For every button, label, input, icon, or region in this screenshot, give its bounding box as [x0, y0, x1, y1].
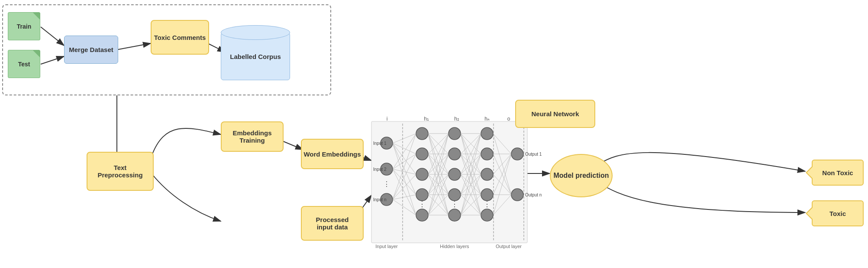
- train-document: Train: [8, 12, 40, 40]
- svg-line-102: [461, 174, 481, 215]
- svg-line-76: [428, 154, 449, 215]
- svg-text:Output 1: Output 1: [525, 152, 542, 157]
- svg-line-90: [461, 134, 481, 174]
- test-label: Test: [8, 61, 40, 68]
- train-label: Train: [8, 23, 40, 30]
- svg-point-26: [416, 189, 428, 201]
- merge-dataset-label: Merge Dataset: [69, 46, 113, 53]
- svg-point-37: [481, 209, 493, 221]
- model-prediction-label: Model prediction: [554, 172, 609, 180]
- svg-line-111: [493, 134, 511, 195]
- svg-line-71: [428, 154, 449, 195]
- word-embeddings-box: Word Embeddings: [301, 139, 364, 169]
- svg-line-78: [428, 195, 449, 215]
- svg-point-39: [511, 189, 523, 201]
- svg-line-95: [461, 134, 481, 195]
- svg-point-34: [481, 148, 493, 160]
- embeddings-training-box: Embeddings Training: [221, 121, 284, 152]
- svg-line-103: [461, 195, 481, 215]
- svg-text:Input 2: Input 2: [373, 167, 387, 172]
- svg-point-20: [381, 163, 393, 175]
- svg-line-114: [493, 154, 511, 215]
- test-document: Test: [8, 50, 40, 78]
- embeddings-training-label: Embeddings Training: [222, 129, 283, 144]
- labelled-corpus-label: Labelled Corpus: [230, 53, 281, 60]
- svg-text:⋮: ⋮: [383, 180, 390, 188]
- svg-text:Hidden layers: Hidden layers: [440, 244, 469, 249]
- neural-network-label-box: Neural Network: [515, 100, 595, 128]
- svg-line-110: [493, 195, 511, 215]
- svg-line-57: [428, 134, 449, 174]
- svg-line-58: [428, 134, 449, 195]
- svg-line-63: [428, 154, 449, 195]
- svg-line-51: [393, 154, 416, 199]
- svg-point-19: [381, 137, 393, 149]
- svg-line-99: [461, 195, 481, 215]
- svg-line-52: [393, 174, 416, 199]
- svg-line-42: [393, 143, 416, 174]
- svg-line-113: [493, 154, 511, 195]
- svg-text:Input n: Input n: [373, 197, 387, 202]
- svg-line-101: [461, 154, 481, 215]
- svg-line-91: [461, 154, 481, 174]
- svg-point-36: [481, 189, 493, 201]
- text-preprocessing-label: TextPreprocessing: [97, 164, 142, 179]
- svg-line-77: [428, 174, 449, 215]
- svg-point-30: [449, 168, 461, 180]
- svg-line-88: [461, 154, 481, 195]
- svg-text:Input layer: Input layer: [375, 244, 398, 249]
- svg-point-38: [511, 148, 523, 160]
- svg-line-59: [428, 134, 449, 215]
- svg-point-21: [381, 193, 393, 206]
- svg-line-47: [393, 169, 416, 174]
- svg-line-89: [461, 154, 481, 215]
- svg-line-96: [461, 154, 481, 195]
- toxic-comments-label: Toxic Comments: [154, 34, 206, 41]
- svg-line-46: [393, 154, 416, 169]
- svg-line-44: [393, 143, 416, 215]
- svg-rect-10: [371, 121, 527, 243]
- svg-line-93: [461, 174, 481, 195]
- svg-line-68: [428, 174, 449, 195]
- svg-point-31: [449, 189, 461, 201]
- neural-network-label: Neural Network: [531, 110, 579, 118]
- svg-point-35: [481, 168, 493, 180]
- processed-input-data-label: Processedinput data: [316, 216, 349, 231]
- svg-line-66: [428, 154, 449, 174]
- svg-line-50: [393, 134, 416, 199]
- model-prediction-oval: Model prediction: [550, 154, 613, 197]
- svg-line-107: [493, 154, 511, 174]
- svg-text:o: o: [507, 116, 510, 122]
- svg-point-23: [416, 127, 428, 140]
- svg-point-33: [481, 127, 493, 140]
- svg-line-56: [428, 134, 449, 154]
- svg-text:h₁: h₁: [424, 116, 429, 122]
- svg-line-43: [393, 143, 416, 195]
- svg-text:h₂: h₂: [454, 116, 459, 122]
- svg-point-32: [449, 209, 461, 221]
- svg-line-65: [428, 134, 449, 174]
- svg-line-108: [493, 174, 511, 195]
- svg-line-45: [393, 134, 416, 169]
- svg-point-25: [416, 168, 428, 180]
- svg-point-28: [449, 127, 461, 140]
- svg-point-27: [416, 209, 428, 221]
- word-embeddings-label: Word Embeddings: [303, 150, 361, 158]
- cylinder-top: [221, 25, 290, 40]
- svg-line-49: [393, 169, 416, 215]
- svg-point-29: [449, 148, 461, 160]
- svg-line-53: [393, 195, 416, 199]
- non-toxic-label: Non Toxic: [822, 169, 853, 176]
- merge-dataset-box: Merge Dataset: [64, 36, 118, 64]
- svg-line-100: [461, 134, 481, 215]
- svg-line-83: [461, 134, 481, 195]
- svg-line-105: [493, 134, 511, 154]
- svg-line-48: [393, 169, 416, 195]
- svg-line-72: [428, 174, 449, 195]
- svg-line-82: [461, 134, 481, 174]
- svg-line-41: [393, 143, 416, 154]
- svg-text:Input 1: Input 1: [373, 141, 387, 146]
- toxic-comments-box: Toxic Comments: [151, 20, 209, 55]
- non-toxic-box: Non Toxic: [812, 160, 864, 186]
- svg-text:Output n: Output n: [525, 193, 542, 197]
